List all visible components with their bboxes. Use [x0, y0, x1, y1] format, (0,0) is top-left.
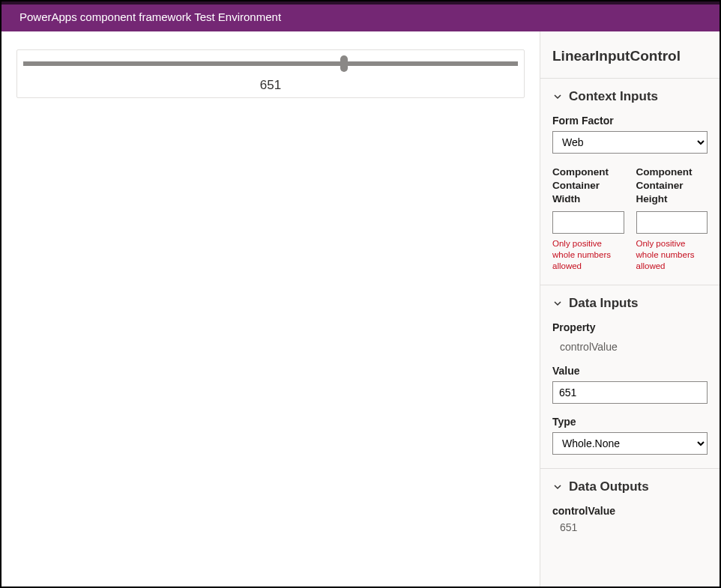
- side-panel: LinearInputControl Context Inputs Form F…: [540, 31, 720, 587]
- section-title-data-inputs: Data Inputs: [569, 296, 639, 311]
- container-height-field: Component Container Height Only positive…: [636, 166, 708, 271]
- main-canvas: 651: [1, 31, 540, 587]
- container-height-error: Only positive whole numbers allowed: [636, 238, 708, 272]
- app-title: PowerApps component framework Test Envir…: [19, 10, 281, 23]
- section-data-inputs: Data Inputs Property controlValue Value …: [540, 285, 720, 469]
- slider-value-label: 651: [17, 74, 524, 97]
- container-width-field: Component Container Width Only positive …: [552, 166, 624, 271]
- form-factor-field: Form Factor Web: [552, 115, 708, 154]
- layout: 651 LinearInputControl Context Inputs Fo…: [1, 31, 720, 587]
- section-context-inputs: Context Inputs Form Factor Web Component…: [540, 79, 720, 285]
- property-field: Property controlValue: [552, 321, 708, 353]
- form-factor-select[interactable]: Web: [552, 131, 708, 154]
- value-field: Value: [552, 365, 708, 404]
- app-header: PowerApps component framework Test Envir…: [1, 1, 720, 31]
- output-row: controlValue 651: [552, 505, 708, 533]
- section-data-outputs: Data Outputs controlValue 651: [540, 469, 720, 547]
- slider-track-area: [17, 52, 524, 74]
- section-toggle-data-outputs[interactable]: Data Outputs: [552, 479, 708, 494]
- linear-input-control: 651: [16, 49, 525, 98]
- chevron-down-icon: [552, 91, 563, 102]
- section-title-context: Context Inputs: [569, 89, 658, 104]
- output-label: controlValue: [552, 505, 708, 517]
- property-value: controlValue: [552, 338, 708, 353]
- slider-input[interactable]: [23, 56, 518, 71]
- section-toggle-context[interactable]: Context Inputs: [552, 89, 708, 104]
- property-label: Property: [552, 321, 708, 333]
- container-width-error: Only positive whole numbers allowed: [552, 238, 624, 272]
- container-width-label: Component Container Width: [552, 166, 624, 207]
- container-height-input[interactable]: [636, 211, 708, 234]
- chevron-down-icon: [552, 482, 563, 492]
- container-height-label: Component Container Height: [636, 166, 708, 207]
- output-value: 651: [552, 517, 708, 533]
- value-input[interactable]: [552, 381, 708, 404]
- value-label: Value: [552, 365, 708, 377]
- form-factor-label: Form Factor: [552, 115, 708, 127]
- type-select[interactable]: Whole.None: [552, 432, 708, 455]
- type-label: Type: [552, 416, 708, 428]
- chevron-down-icon: [552, 298, 563, 309]
- panel-title: LinearInputControl: [540, 31, 720, 79]
- type-field: Type Whole.None: [552, 416, 708, 455]
- section-toggle-data-inputs[interactable]: Data Inputs: [552, 296, 708, 311]
- container-width-input[interactable]: [552, 211, 624, 234]
- section-title-data-outputs: Data Outputs: [569, 479, 649, 494]
